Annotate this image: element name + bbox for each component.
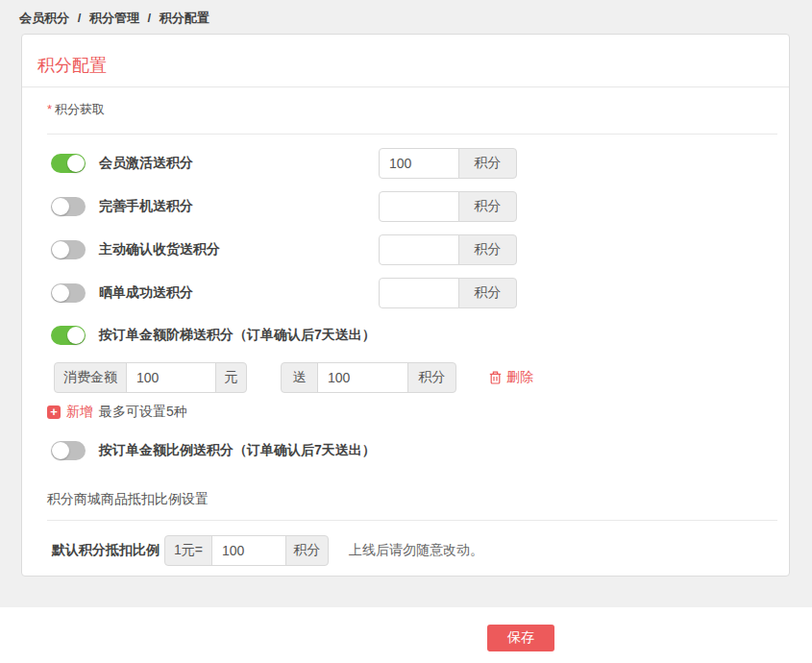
plus-icon: + <box>47 405 61 419</box>
row-label: 完善手机送积分 <box>99 198 193 215</box>
row-complete-phone: 完善手机送积分 积分 <box>47 191 764 222</box>
deduction-ratio-group: 1元= 积分 <box>164 535 329 566</box>
trash-icon <box>489 371 502 384</box>
points-input-group: 积分 <box>379 278 517 308</box>
toggle-confirm-receipt[interactable] <box>51 240 86 259</box>
breadcrumb-separator: / <box>148 11 152 25</box>
deduction-ratio-row: 默认积分抵扣比例 1元= 积分 上线后请勿随意改动。 <box>47 535 764 566</box>
row-label: 按订单金额阶梯送积分（订单确认后7天送出） <box>99 327 376 344</box>
divider <box>47 520 777 521</box>
points-input-group: 积分 <box>379 234 517 265</box>
page: 会员积分 / 积分管理 / 积分配置 积分配置 *积分获取 会员激活送积分 积分 <box>0 0 812 663</box>
deduction-section-label: 积分商城商品抵扣比例设置 <box>47 491 209 508</box>
row-ratio-points: 按订单金额比例送积分（订单确认后7天送出） <box>47 435 764 466</box>
toggle-knob <box>52 442 69 459</box>
toggle-knob <box>52 198 69 215</box>
points-earn-section-label: 积分获取 <box>55 102 105 116</box>
row-tier-points: 按订单金额阶梯送积分（订单确认后7天送出） <box>47 320 764 351</box>
deduction-note: 上线后请勿随意改动。 <box>349 542 483 559</box>
deduction-row-label: 默认积分抵扣比例 <box>52 542 160 559</box>
yuan-equals-addon: 1元= <box>164 535 212 566</box>
toggle-knob <box>67 155 85 172</box>
toggle-knob <box>52 284 69 302</box>
toggle-member-activation[interactable] <box>51 154 86 173</box>
toggle-review-success[interactable] <box>51 283 86 303</box>
breadcrumb-points-management[interactable]: 积分管理 <box>89 11 139 25</box>
delete-tier-link[interactable]: 删除 <box>489 369 533 386</box>
toggle-complete-phone[interactable] <box>51 197 86 216</box>
add-tier-row: + 新增 最多可设置5种 <box>47 405 764 420</box>
breadcrumb-separator: / <box>78 11 82 25</box>
unit-addon: 积分 <box>458 191 517 222</box>
deduction-section-header: 积分商城商品抵扣比例设置 <box>47 491 764 508</box>
breadcrumb-member-points[interactable]: 会员积分 <box>19 11 69 25</box>
points-unit-addon: 积分 <box>407 362 456 393</box>
points-input-group: 积分 <box>379 148 517 179</box>
row-label: 主动确认收货送积分 <box>99 241 220 258</box>
row-label: 晒单成功送积分 <box>99 284 193 302</box>
points-input-group: 积分 <box>379 191 517 222</box>
save-button[interactable]: 保存 <box>487 625 554 651</box>
add-label: 新增 <box>66 404 93 421</box>
yuan-unit-addon: 元 <box>215 362 247 393</box>
page-title: 积分配置 <box>22 35 789 87</box>
toggle-knob <box>52 241 69 258</box>
divider <box>47 134 777 135</box>
delete-label: 删除 <box>506 369 533 386</box>
toggle-knob <box>67 327 85 344</box>
give-points-group: 送 积分 <box>281 362 456 393</box>
unit-addon: 积分 <box>458 234 517 265</box>
spend-amount-label: 消费金额 <box>54 362 127 393</box>
toggle-tier-points[interactable] <box>51 326 86 345</box>
tier-value-row: 消费金额 元 送 积分 删除 <box>47 362 764 393</box>
spend-amount-input[interactable] <box>126 362 216 393</box>
member-activation-points-input[interactable] <box>379 148 459 179</box>
points-unit-addon: 积分 <box>285 535 329 566</box>
row-label: 按订单金额比例送积分（订单确认后7天送出） <box>99 442 376 459</box>
required-mark: * <box>47 102 52 116</box>
row-review-success: 晒单成功送积分 积分 <box>47 278 764 308</box>
confirm-receipt-points-input[interactable] <box>379 234 459 265</box>
points-config-card: 积分配置 *积分获取 会员激活送积分 积分 完善手机送积分 <box>21 34 790 577</box>
unit-addon: 积分 <box>458 148 517 179</box>
complete-phone-points-input[interactable] <box>379 191 459 222</box>
deduction-points-input[interactable] <box>211 535 286 566</box>
toggle-ratio-points[interactable] <box>51 441 86 460</box>
row-confirm-receipt: 主动确认收货送积分 积分 <box>47 234 764 265</box>
row-label: 会员激活送积分 <box>99 155 193 172</box>
row-member-activation: 会员激活送积分 积分 <box>47 148 764 179</box>
give-label-addon: 送 <box>281 362 318 393</box>
points-earn-section-header: *积分获取 <box>47 101 764 118</box>
footer-area <box>0 607 812 663</box>
unit-addon: 积分 <box>458 278 517 308</box>
add-tier-link[interactable]: + 新增 <box>47 404 93 421</box>
breadcrumb-points-config[interactable]: 积分配置 <box>160 11 209 25</box>
add-tier-hint: 最多可设置5种 <box>99 404 187 421</box>
breadcrumb: 会员积分 / 积分管理 / 积分配置 <box>19 10 209 27</box>
give-points-input[interactable] <box>317 362 408 393</box>
spend-amount-group: 消费金额 元 <box>54 362 247 393</box>
review-success-points-input[interactable] <box>379 278 459 308</box>
